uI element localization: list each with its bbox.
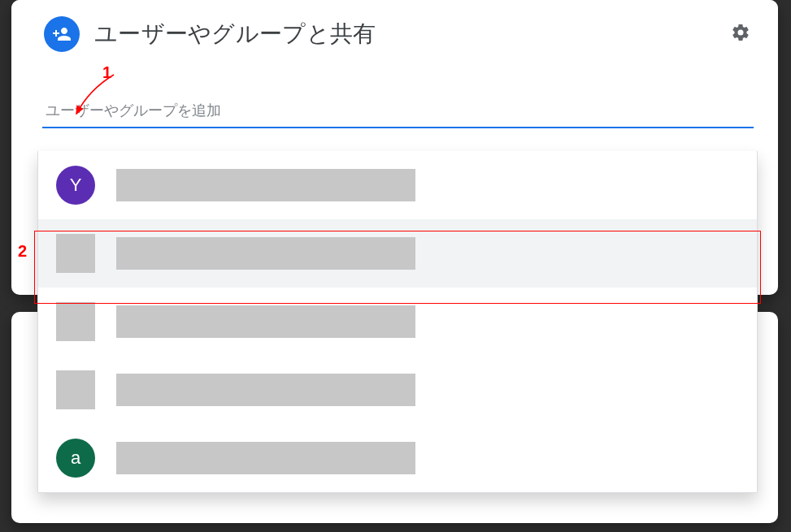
settings-button[interactable] bbox=[724, 18, 757, 50]
suggestion-item[interactable]: a bbox=[38, 424, 757, 492]
share-suggestions-dropdown: Y a bbox=[37, 151, 758, 493]
suggestion-item[interactable] bbox=[38, 219, 757, 288]
avatar: Y bbox=[56, 166, 95, 205]
avatar bbox=[56, 370, 95, 409]
suggestion-item[interactable] bbox=[38, 288, 757, 356]
person-add-icon bbox=[44, 16, 80, 52]
share-input-region[interactable]: ユーザーやグループを追加 bbox=[42, 99, 754, 128]
share-dialog-header: ユーザーやグループと共有 bbox=[11, 0, 778, 60]
redacted-name bbox=[116, 442, 415, 474]
share-input-placeholder: ユーザーやグループを追加 bbox=[42, 99, 754, 125]
avatar bbox=[56, 234, 95, 273]
avatar: a bbox=[56, 439, 95, 478]
share-dialog-title: ユーザーやグループと共有 bbox=[94, 19, 376, 50]
redacted-name bbox=[116, 305, 415, 338]
suggestion-item[interactable] bbox=[38, 356, 757, 424]
share-dialog: ユーザーやグループと共有 ユーザーやグループを追加 bbox=[11, 0, 778, 128]
share-input-underline bbox=[42, 127, 754, 128]
gear-icon bbox=[731, 23, 750, 45]
redacted-name bbox=[116, 374, 415, 406]
redacted-name bbox=[116, 169, 415, 201]
avatar bbox=[56, 302, 95, 341]
redacted-name bbox=[116, 237, 415, 270]
suggestion-item[interactable]: Y bbox=[38, 151, 757, 219]
